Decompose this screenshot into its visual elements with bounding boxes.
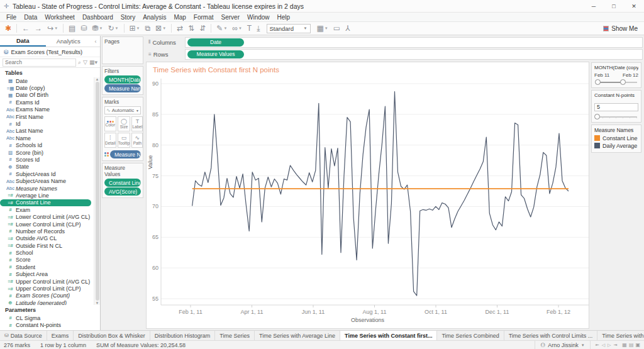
field-outside-avg-cl[interactable]: =#Outside AVG CL bbox=[0, 235, 94, 242]
scroll-up-icon[interactable]: ▲ bbox=[96, 77, 99, 81]
replay-icon[interactable]: ↪▼ bbox=[45, 23, 60, 35]
field-average-line[interactable]: =#Average Line bbox=[0, 192, 94, 199]
next-sheet-icon[interactable]: ▷ bbox=[608, 343, 611, 348]
columns-pill-date[interactable]: Date bbox=[187, 38, 244, 47]
field-exam-scores-count[interactable]: #Exam Scores (Count) bbox=[0, 292, 94, 299]
search-icon[interactable]: ⌕ bbox=[78, 59, 81, 66]
sheet-tab-distribution-histogram[interactable]: Distribution Histogram bbox=[150, 331, 216, 340]
menu-map[interactable]: Map bbox=[170, 14, 189, 21]
field-number-of-records[interactable]: #Number of Records bbox=[0, 228, 94, 235]
chart-plot[interactable]: 5560657075808590Feb 1, 11Apr 1, 11Jun 1,… bbox=[147, 79, 589, 319]
tab-analytics[interactable]: Analytics bbox=[46, 36, 92, 47]
menu-format[interactable]: Format bbox=[190, 14, 218, 21]
clear-sheet-icon[interactable]: ⊠▼ bbox=[153, 23, 169, 35]
menu-dashboard[interactable]: Dashboard bbox=[79, 14, 117, 21]
sheet-tab-distribution-box-whisker[interactable]: Distribution Box & Whisker bbox=[74, 331, 150, 340]
field-subjectareas-id[interactable]: #SubjectAreas Id bbox=[0, 170, 94, 177]
collapse-pane-icon[interactable]: ‹ bbox=[91, 36, 100, 47]
field-last-name[interactable]: AbcLast Name bbox=[0, 128, 94, 135]
slider-handle-right[interactable] bbox=[620, 79, 626, 85]
field-score[interactable]: #Score bbox=[0, 257, 94, 263]
columns-shelf-box[interactable]: Date bbox=[185, 37, 643, 48]
field-lower-control-limit-clp[interactable]: =#Lower Control Limit (CLP) bbox=[0, 221, 94, 228]
sort-descending-icon[interactable]: ⇵ bbox=[197, 23, 208, 35]
field-date-of-birth[interactable]: ▦Date Of Birth bbox=[0, 92, 94, 99]
menu-file[interactable]: File bbox=[3, 14, 20, 21]
daily-average-line[interactable] bbox=[192, 92, 569, 296]
field-name[interactable]: AbcName bbox=[0, 135, 94, 141]
tab-data[interactable]: Data bbox=[0, 36, 46, 47]
sheet-tab-time-series-with-constant-first[interactable]: Time Series with Constant first... bbox=[340, 331, 437, 340]
new-datasource-icon[interactable]: ⛁ bbox=[78, 23, 89, 35]
sheet-tab-time-series[interactable]: Time Series bbox=[215, 331, 255, 340]
duplicate-sheet-icon[interactable]: ⧉ bbox=[143, 23, 153, 35]
filter-pill-month-date-c[interactable]: MONTH(Date (c.. bbox=[104, 75, 141, 84]
highlight-icon[interactable]: ✎▼ bbox=[214, 23, 230, 35]
show-me-button[interactable]: Show Me bbox=[603, 25, 638, 32]
menu-window[interactable]: Window bbox=[243, 14, 274, 21]
redo-icon[interactable]: → bbox=[32, 23, 45, 35]
field-lower-control-limit-avg-cl[interactable]: =#Lower Control Limit (AVG CL) bbox=[0, 213, 94, 220]
sheet-tab-time-series-with-control-limits[interactable]: Time Series with Control Limits ... bbox=[504, 331, 598, 340]
field-score-bin[interactable]: ▥Score (bin) bbox=[0, 149, 94, 156]
sheet-tab-time-series-combined[interactable]: Time Series Combined bbox=[437, 331, 504, 340]
maximize-button[interactable]: □ bbox=[604, 0, 624, 12]
field-date[interactable]: ▦Date bbox=[0, 77, 94, 84]
menu-server[interactable]: Server bbox=[218, 14, 243, 21]
rows-shelf-box[interactable]: Measure Values bbox=[185, 49, 643, 60]
fullscreen-icon[interactable]: ▣ bbox=[635, 342, 640, 348]
menu-data[interactable]: Data bbox=[20, 14, 41, 21]
sort-ascending-icon[interactable]: ⇅ bbox=[186, 23, 197, 35]
sheet-tab-time-series-with-control-limits[interactable]: Time Series with Control Limits ... bbox=[597, 331, 644, 340]
prev-sheet-icon[interactable]: ◁ bbox=[602, 343, 605, 348]
field-latitude-generated[interactable]: ⊕Latitude (generated) bbox=[0, 299, 94, 305]
legend-item-constant-line[interactable]: Constant Line bbox=[594, 135, 638, 141]
save-icon[interactable]: ▤ bbox=[66, 23, 78, 35]
filmstrip-icon[interactable]: ▤ bbox=[629, 342, 634, 348]
field-measure-names[interactable]: AbcMeasure Names bbox=[0, 185, 94, 192]
show-mark-labels-icon[interactable]: T bbox=[245, 23, 254, 35]
close-button[interactable]: ✕ bbox=[624, 0, 644, 12]
field-scores-id[interactable]: #Scores Id bbox=[0, 156, 94, 163]
field-subjectareas-name[interactable]: AbcSubjectAreas Name bbox=[0, 177, 94, 184]
menu-story[interactable]: Story bbox=[117, 14, 139, 21]
measure-values-pill-constant-line[interactable]: Constant Line△ bbox=[104, 179, 141, 187]
parameter-value-input[interactable] bbox=[594, 103, 638, 111]
marks-size-button[interactable]: ◯Size bbox=[118, 116, 131, 131]
first-sheet-icon[interactable]: ⇤ bbox=[596, 343, 599, 348]
marks-label-button[interactable]: TLabel bbox=[131, 116, 143, 131]
sheet-tab-data-source[interactable]: ⛁Data Source bbox=[0, 331, 47, 340]
share-icon[interactable]: ⅄ bbox=[343, 23, 352, 35]
sheet-sorter-icon[interactable]: ▦ bbox=[622, 342, 627, 348]
field-id[interactable]: #Id bbox=[0, 120, 94, 127]
show-hide-cards-icon[interactable]: ▦▼ bbox=[314, 23, 331, 35]
swap-rows-columns-icon[interactable]: ⇄ bbox=[174, 23, 186, 35]
fields-scrollbar[interactable]: ▲ ▼ bbox=[94, 77, 100, 305]
sheet-tab-exams[interactable]: Exams bbox=[47, 331, 74, 340]
legend-item-daily-average-s[interactable]: Daily Average S.. bbox=[594, 143, 638, 149]
field-outside-first-n-cl[interactable]: =#Outside First N CL bbox=[0, 242, 94, 249]
view-options-icon[interactable]: ▦▾ bbox=[89, 59, 97, 65]
field-constant-line[interactable]: =#Constant Line bbox=[0, 199, 91, 206]
field-date-copy[interactable]: =▦Date (copy) bbox=[0, 84, 94, 91]
field-state[interactable]: ⊕State bbox=[0, 163, 94, 170]
filter-funnel-icon[interactable]: ▽ bbox=[83, 59, 87, 65]
field-upper-control-limit-avg-cl[interactable]: =#Upper Control Limit (AVG CL) bbox=[0, 278, 94, 285]
undo-icon[interactable]: ← bbox=[19, 23, 32, 35]
field-first-name[interactable]: AbcFirst Name bbox=[0, 113, 94, 120]
field-subject-area[interactable]: #Subject Area bbox=[0, 271, 94, 278]
marks-tooltip-button[interactable]: ▭Tooltip bbox=[118, 133, 131, 148]
field-exam[interactable]: #Exam bbox=[0, 206, 94, 213]
filter-pill-measure-names[interactable]: Measure Names bbox=[104, 84, 141, 92]
group-members-icon[interactable]: ∞▼ bbox=[230, 23, 245, 35]
field-school[interactable]: #School bbox=[0, 249, 94, 256]
parameter-slider[interactable] bbox=[594, 114, 638, 120]
marks-path-button[interactable]: ∿Path bbox=[131, 133, 143, 148]
field-student[interactable]: #Student bbox=[0, 263, 94, 270]
mark-type-dropdown[interactable]: ∿ Automatic ▼ bbox=[104, 106, 141, 114]
field-constant-n-points[interactable]: #Constant N-points bbox=[0, 322, 100, 329]
marks-color-pill[interactable]: Measure N.. bbox=[110, 150, 141, 158]
scroll-thumb[interactable] bbox=[96, 82, 99, 301]
tableau-logo-icon[interactable]: ✱ bbox=[3, 23, 14, 35]
date-range-slider[interactable] bbox=[594, 79, 638, 86]
